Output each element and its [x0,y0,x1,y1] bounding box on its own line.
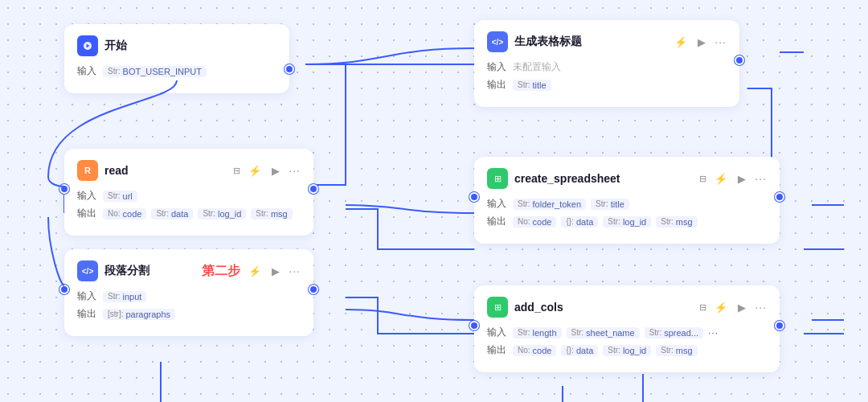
start-icon [77,35,98,56]
read-input-label: 输入 [77,189,98,203]
start-title: 开始 [104,39,276,53]
create-sheet-title: create_spreadsheet [514,172,690,185]
create-sheet-out-1: No:code [513,216,556,228]
paragraph-settings-icon[interactable]: ⚡ [247,263,263,279]
paragraph-icon: </> [77,260,98,281]
add-cols-more-icon[interactable]: ··· [755,301,767,314]
start-input-value: Str:BOT_USER_INPUT [103,66,207,77]
gen-title-settings-icon[interactable]: ⚡ [673,34,689,50]
create-sheet-output-label: 输出 [487,215,508,228]
gen-title-play-icon[interactable]: ▶ [694,34,710,50]
add-cols-icon: ⊞ [487,297,508,318]
read-save-icon: ⊟ [233,166,240,176]
gen-title-output-dot [735,55,744,65]
paragraph-output-label: 输出 [77,307,98,321]
create-sheet-out-4: Str:msg [656,216,697,228]
read-input-value: Str:url [103,191,137,202]
paragraph-output-dot [309,285,318,294]
add-cols-settings-icon[interactable]: ⚡ [713,299,729,315]
read-play-icon[interactable]: ▶ [268,162,284,178]
read-icon: R [77,160,98,181]
read-out-1: No:code [103,208,146,219]
gen-title-title: 生成表格标题 [514,35,666,49]
add-cols-node: ⊞ add_cols ⊟ ⚡ ▶ ··· 输入 Str:length Str:s… [474,285,780,372]
create-sheet-input-dot [469,192,479,202]
add-cols-input-dot [469,321,479,330]
paragraph-title: 段落分割 [104,264,189,278]
read-input-dot [59,184,69,194]
add-cols-output-dot [775,321,784,330]
create-spreadsheet-node: ⊞ create_spreadsheet ⊟ ⚡ ▶ ··· 输入 Str:fo… [474,157,780,244]
create-sheet-icon: ⊞ [487,168,508,189]
add-cols-title: add_cols [514,301,690,314]
paragraph-step: 第二步 [202,263,240,280]
gen-title-icon: </> [487,31,508,52]
create-sheet-out-3: Str:log_id [603,216,651,228]
start-output-dot [285,64,294,74]
read-output-dot [309,184,318,194]
create-sheet-more-icon[interactable]: ··· [755,172,767,185]
add-cols-out-1: No:code [513,345,556,356]
add-cols-play-icon[interactable]: ▶ [734,299,750,315]
paragraph-input-dot [59,285,69,294]
gen-title-more-icon[interactable]: ··· [714,35,727,48]
add-cols-save-icon: ⊟ [699,302,706,313]
read-out-4: Str:msg [251,208,292,219]
add-cols-in-1: Str:length [513,327,562,338]
paragraph-play-icon[interactable]: ▶ [268,263,284,279]
paragraph-more-icon[interactable]: ··· [289,265,301,277]
gen-title-input-unset: 未配置输入 [513,60,561,74]
create-sheet-save-icon: ⊟ [699,174,706,184]
add-cols-output-label: 输出 [487,343,508,357]
read-out-3: Str:log_id [198,208,246,219]
add-cols-in-3: Str:spread... [645,327,703,338]
read-more-icon[interactable]: ··· [289,164,301,177]
add-cols-more-params[interactable]: ··· [708,327,719,338]
create-sheet-in-2: Str:title [591,199,629,210]
create-sheet-input-label: 输入 [487,197,508,211]
read-settings-icon[interactable]: ⚡ [247,162,263,178]
start-node: 开始 输入 Str:BOT_USER_INPUT [64,24,289,93]
paragraph-out-1: [str]:paragraphs [103,309,175,320]
add-cols-out-2: {}:data [561,345,598,356]
read-output-label: 输出 [77,207,98,220]
gen-title-node: </> 生成表格标题 ⚡ ▶ ··· 输入 未配置输入 输出 Str:title [474,20,739,107]
create-sheet-play-icon[interactable]: ▶ [734,170,750,187]
gen-title-input-label: 输入 [487,60,508,74]
paragraph-node: </> 段落分割 第二步 ⚡ ▶ ··· 输入 Str:input 输出 [st… [64,249,313,336]
paragraph-input-label: 输入 [77,289,98,303]
create-sheet-in-1: Str:folder_token [513,199,586,210]
add-cols-out-3: Str:log_id [603,345,651,356]
create-sheet-out-2: {}:data [561,216,598,228]
start-input-label: 输入 [77,64,98,78]
read-node: R read ⊟ ⚡ ▶ ··· 输入 Str:url 输出 No:code S… [64,149,313,236]
gen-title-out-1: Str:title [513,80,551,91]
create-sheet-settings-icon[interactable]: ⚡ [713,170,729,187]
read-out-2: Str:data [151,208,193,219]
create-sheet-output-dot [775,192,784,202]
read-title: read [104,164,227,177]
gen-title-output-label: 输出 [487,78,508,92]
paragraph-input-value: Str:input [103,291,146,302]
add-cols-input-label: 输入 [487,326,508,339]
add-cols-out-4: Str:msg [656,345,697,356]
add-cols-in-2: Str:sheet_name [567,327,640,338]
